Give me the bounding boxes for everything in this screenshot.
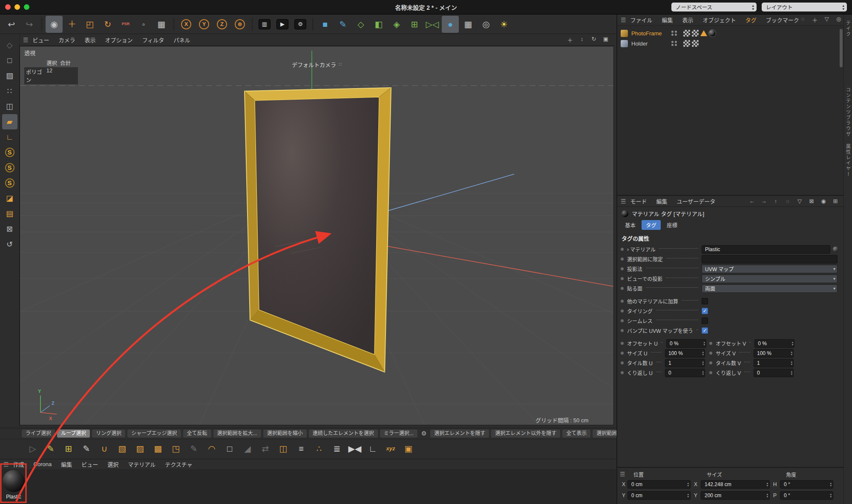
- add-material-checkbox[interactable]: ✓: [702, 298, 708, 304]
- material-menu-item[interactable]: マテリアル: [128, 460, 155, 468]
- anim-dot-icon[interactable]: [621, 258, 624, 261]
- z-axis-lock-icon[interactable]: Z: [213, 16, 230, 33]
- expander-icon[interactable]: ›: [627, 246, 629, 252]
- smooth-shift-tool-icon[interactable]: ◳: [167, 441, 185, 457]
- anim-dot-icon[interactable]: [709, 361, 712, 364]
- uvw-tag-icon[interactable]: [683, 40, 690, 47]
- anim-dot-icon[interactable]: [621, 342, 624, 345]
- material-tag-icon[interactable]: [709, 30, 716, 37]
- guides-tool-icon[interactable]: ≣: [328, 441, 346, 457]
- dock-tab[interactable]: コンテンツブラウザ: [845, 87, 852, 137]
- stepper-icon[interactable]: ▴▾: [687, 493, 689, 498]
- texture-mode-icon[interactable]: ▨: [2, 68, 17, 83]
- selection-command-button[interactable]: ミラー選択...: [380, 430, 417, 438]
- selection-command-button[interactable]: 全て反転: [183, 430, 211, 438]
- size-y-field[interactable]: 200 cm ▴▾: [701, 491, 770, 500]
- point-mode-icon[interactable]: ∷: [2, 83, 17, 99]
- selection-command-button[interactable]: 選択範囲を拡大...: [213, 430, 261, 438]
- material-menu-item[interactable]: テクスチャ: [165, 460, 192, 468]
- live-selection-icon[interactable]: ◉: [46, 16, 63, 33]
- sketch-pen-icon[interactable]: ✎: [78, 441, 95, 457]
- arc-tool-icon[interactable]: ◠: [203, 441, 221, 457]
- menu-icon[interactable]: ☰: [620, 471, 627, 478]
- menu-icon[interactable]: ☰: [621, 17, 626, 23]
- panel-icon[interactable]: ⊞: [832, 198, 839, 204]
- selection-command-button[interactable]: ライブ選択: [22, 430, 55, 438]
- visibility-toggles[interactable]: [671, 41, 677, 46]
- x-axis-lock-icon[interactable]: X: [178, 16, 195, 33]
- render-settings-icon[interactable]: ⚙: [292, 16, 309, 33]
- viewport-canvas[interactable]: Y Z X 透視 デフォルトカメラ ∷ 選択 合計 ポリゴン 12 グリ: [20, 46, 614, 425]
- y-axis-lock-icon[interactable]: Y: [196, 16, 213, 33]
- undo-icon[interactable]: ↩: [3, 16, 20, 33]
- uvw-tag-icon[interactable]: [683, 30, 690, 37]
- mirror-tool-icon[interactable]: ▶◀: [346, 441, 364, 457]
- stepper-icon[interactable]: ▴▾: [791, 351, 792, 356]
- fullscreen-button[interactable]: [24, 4, 29, 10]
- anim-dot-icon[interactable]: [621, 352, 624, 355]
- polygon-pen-icon[interactable]: ✎: [185, 441, 203, 457]
- selection-command-button[interactable]: シャープエッジ選択: [127, 430, 181, 438]
- tiles-v-field[interactable]: 1 ▴▾: [754, 359, 794, 367]
- viewport-menu-item[interactable]: オプション: [105, 36, 133, 44]
- maximize-view-icon[interactable]: ▣: [602, 36, 610, 44]
- pin-icon[interactable]: ◉: [820, 198, 827, 204]
- position-y-field[interactable]: 0 cm ▴▾: [627, 491, 691, 500]
- pan-view-icon[interactable]: ＋: [566, 36, 574, 44]
- selection-command-button[interactable]: リング選択: [92, 430, 125, 438]
- material-plastic[interactable]: Plastic: [2, 470, 26, 500]
- material-link-field[interactable]: Plastic: [702, 245, 830, 254]
- stepper-icon[interactable]: ▴▾: [702, 351, 704, 356]
- rotation-h-field[interactable]: 0 ° ▴▾: [780, 480, 833, 489]
- selection-settings-icon[interactable]: ⚙: [420, 430, 429, 438]
- selection-command-button[interactable]: 選択範囲を記録: [593, 430, 616, 438]
- dock-tab[interactable]: テイク: [845, 20, 852, 37]
- size-v-field[interactable]: 100 % ▴▾: [754, 349, 794, 358]
- seamless-checkbox[interactable]: ✓: [702, 318, 708, 324]
- generator-icon[interactable]: ◈: [388, 16, 405, 33]
- anim-dot-icon[interactable]: [621, 277, 624, 280]
- stepper-icon[interactable]: ▴▾: [702, 370, 704, 375]
- object-menu-item[interactable]: タグ: [746, 16, 757, 24]
- viewport-menu-item[interactable]: カメラ: [59, 36, 75, 44]
- select-tool-icon[interactable]: ▷: [24, 441, 42, 457]
- camera-label[interactable]: デフォルトカメラ ∷: [292, 60, 342, 69]
- edge-mode-icon[interactable]: ◫: [2, 99, 17, 114]
- render-view-icon[interactable]: ▥: [256, 16, 273, 33]
- brush-tool-icon[interactable]: ✎: [42, 441, 60, 457]
- anim-dot-icon[interactable]: [621, 319, 624, 322]
- extrude-inner-tool-icon[interactable]: ▨: [131, 441, 149, 457]
- extrude-tool-icon[interactable]: ▧: [113, 441, 131, 457]
- stepper-icon[interactable]: ▴▾: [704, 341, 705, 346]
- attribute-menu-item[interactable]: 編集: [656, 197, 668, 205]
- add-icon[interactable]: ＋: [811, 16, 819, 24]
- attribute-menu-item[interactable]: ユーザーデータ: [677, 197, 716, 205]
- ramp-tool-icon[interactable]: ◢: [239, 441, 256, 457]
- anim-dot-icon[interactable]: [621, 371, 624, 374]
- scatter-tool-icon[interactable]: ∴: [310, 441, 328, 457]
- menu-icon[interactable]: ☰: [3, 461, 9, 468]
- phong-tag-icon[interactable]: [700, 30, 707, 36]
- align-tool-icon[interactable]: ≡: [292, 441, 310, 457]
- filter-icon[interactable]: ▽: [823, 16, 831, 24]
- stepper-icon[interactable]: ▴▾: [830, 482, 832, 487]
- anim-dot-icon[interactable]: [621, 248, 624, 251]
- anim-dot-icon[interactable]: [621, 267, 624, 270]
- reset-psr-icon[interactable]: ↺: [2, 237, 17, 252]
- selection-command-button[interactable]: 選択エレメントを隠す: [430, 430, 489, 438]
- dolly-view-icon[interactable]: ↕: [578, 36, 586, 44]
- material-menu-item[interactable]: ビュー: [81, 460, 98, 468]
- anim-dot-icon[interactable]: [621, 300, 624, 303]
- snap-mode-icon[interactable]: S: [2, 160, 17, 175]
- object-row-holder[interactable]: Holder: [617, 38, 843, 49]
- selection-command-button[interactable]: ループ選択: [57, 430, 90, 438]
- back-icon[interactable]: ←: [748, 198, 756, 204]
- target-icon[interactable]: ◎: [835, 16, 843, 24]
- split-tool-icon[interactable]: ◫: [274, 441, 292, 457]
- material-menu-item[interactable]: 編集: [61, 460, 72, 468]
- object-menu-item[interactable]: オブジェクト: [703, 16, 736, 24]
- snap-grid-icon[interactable]: S: [2, 175, 17, 191]
- size-u-field[interactable]: 100 % ▴▾: [665, 349, 705, 358]
- coordinate-system-icon[interactable]: ⊕: [231, 16, 248, 33]
- stepper-icon[interactable]: ▴▾: [766, 482, 768, 487]
